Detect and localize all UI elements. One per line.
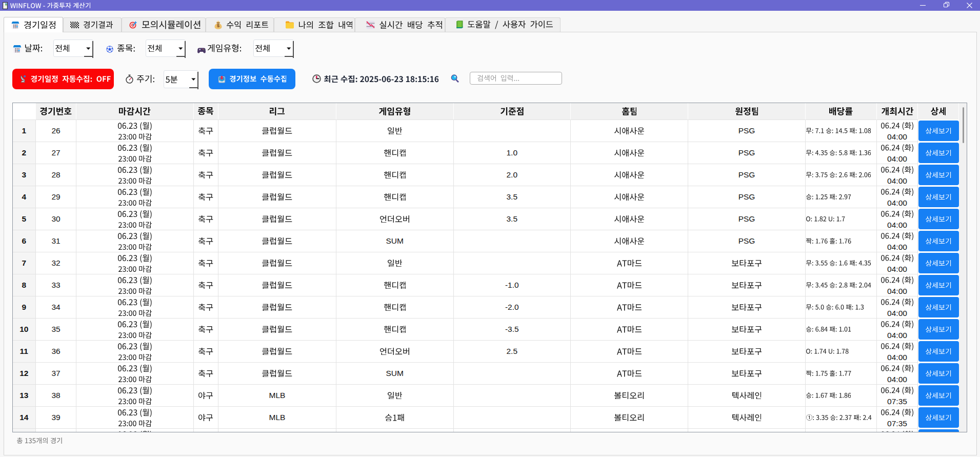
svg-text:$: $ [217, 23, 219, 28]
